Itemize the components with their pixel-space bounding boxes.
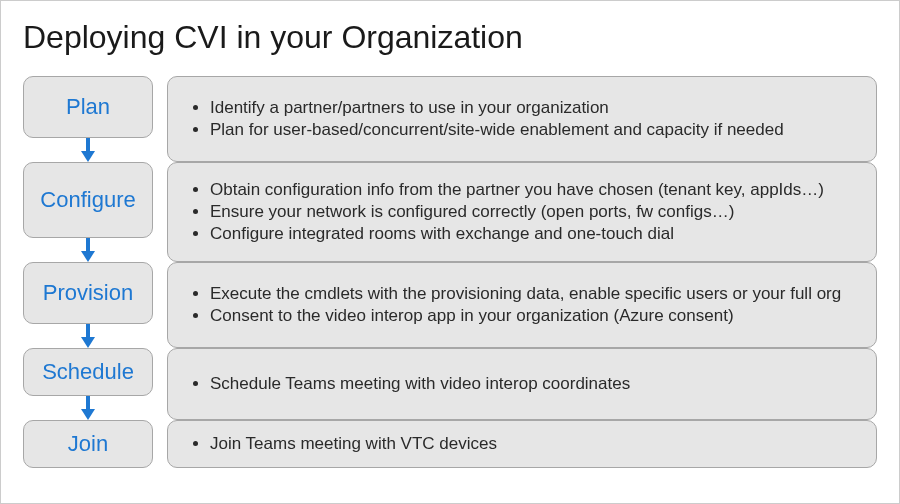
bullet: Schedule Teams meeting with video intero… <box>210 373 630 395</box>
svg-marker-7 <box>81 409 95 420</box>
arrow-down-icon <box>79 238 97 262</box>
details-join: Join Teams meeting with VTC devices <box>167 420 877 468</box>
bullet: Configure integrated rooms with exchange… <box>210 223 824 245</box>
bullet: Identify a partner/partners to use in yo… <box>210 97 784 119</box>
page-title: Deploying CVI in your Organization <box>23 19 877 56</box>
bullet: Join Teams meeting with VTC devices <box>210 433 497 455</box>
details-schedule: Schedule Teams meeting with video intero… <box>167 348 877 420</box>
svg-marker-5 <box>81 337 95 348</box>
arrow-down-icon <box>79 138 97 162</box>
svg-marker-1 <box>81 151 95 162</box>
stage-join: Join <box>23 420 153 468</box>
stage-schedule: Schedule <box>23 348 153 396</box>
row-join: Join Join Teams meeting with VTC devices <box>23 420 877 468</box>
bullet: Plan for user-based/concurrent/site-wide… <box>210 119 784 141</box>
bullet: Consent to the video interop app in your… <box>210 305 841 327</box>
details-provision: Execute the cmdlets with the provisionin… <box>167 262 877 348</box>
row-schedule: Schedule Schedule Teams meeting with vid… <box>23 348 877 420</box>
diagram-rows: Plan Identify a partner/partners to use … <box>23 76 877 468</box>
row-plan: Plan Identify a partner/partners to use … <box>23 76 877 162</box>
arrow-down-icon <box>79 396 97 420</box>
row-provision: Provision Execute the cmdlets with the p… <box>23 262 877 348</box>
svg-marker-3 <box>81 251 95 262</box>
bullet: Execute the cmdlets with the provisionin… <box>210 283 841 305</box>
stage-plan: Plan <box>23 76 153 138</box>
bullet: Ensure your network is configured correc… <box>210 201 824 223</box>
row-configure: Configure Obtain configuration info from… <box>23 162 877 262</box>
stage-provision: Provision <box>23 262 153 324</box>
stage-configure: Configure <box>23 162 153 238</box>
arrow-down-icon <box>79 324 97 348</box>
bullet: Obtain configuration info from the partn… <box>210 179 824 201</box>
details-configure: Obtain configuration info from the partn… <box>167 162 877 262</box>
details-plan: Identify a partner/partners to use in yo… <box>167 76 877 162</box>
